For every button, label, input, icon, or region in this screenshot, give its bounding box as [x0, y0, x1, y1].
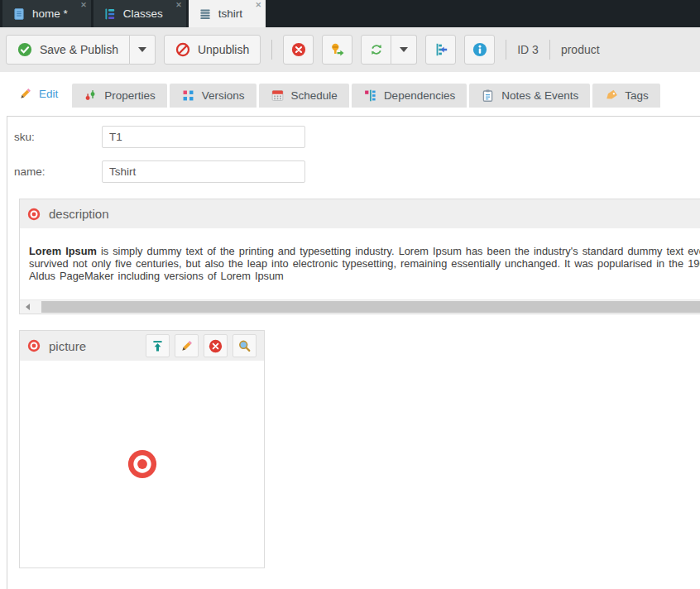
tab-versions[interactable]: Versions	[170, 84, 257, 108]
reload-options-dropdown[interactable]	[391, 35, 417, 65]
picture-toolbar	[141, 334, 257, 357]
dropdown-caret-icon	[400, 47, 408, 52]
rows-icon	[199, 7, 212, 21]
scroll-left-arrow[interactable]	[20, 300, 35, 314]
tab-notes-events[interactable]: Notes & Events	[469, 84, 590, 108]
unpublish-label: Unpublish	[198, 43, 249, 56]
window-tab-tshirt[interactable]: tshirt ✕	[189, 0, 266, 27]
target-icon	[127, 448, 158, 480]
save-publish-button[interactable]: Save & Publish	[6, 35, 130, 65]
dropdown-caret-icon	[138, 47, 146, 52]
versions-icon	[181, 89, 195, 103]
document-icon	[12, 7, 26, 21]
description-line: Lorem Ipsum is simply dummy text of the …	[29, 245, 700, 257]
tab-tags[interactable]: Tags	[592, 84, 660, 108]
upload-icon	[151, 339, 165, 353]
tab-schedule[interactable]: Schedule	[259, 84, 349, 108]
dependencies-icon	[363, 89, 377, 103]
window-tab-bar: home * ✕ Classes ✕ tshirt ✕	[0, 0, 700, 27]
picture-title: picture	[49, 339, 86, 353]
info-icon	[472, 42, 487, 57]
tag-icon	[604, 89, 618, 103]
window-tab-label: Classes	[123, 7, 163, 20]
tab-properties[interactable]: Properties	[72, 84, 167, 108]
locate-in-tree-button[interactable]	[425, 35, 456, 65]
pencil-icon	[18, 87, 32, 101]
target-icon	[27, 339, 41, 352]
description-section: description Lorem Ipsum is simply dummy …	[19, 199, 700, 314]
object-id-text: ID 3	[517, 43, 539, 56]
tab-label: Tags	[625, 89, 649, 102]
tab-label: Notes & Events	[501, 89, 578, 102]
close-icon[interactable]: ✕	[80, 1, 87, 9]
unpublish-icon	[175, 42, 190, 57]
description-title: description	[49, 207, 109, 221]
toolbar-separator	[549, 40, 550, 60]
description-text[interactable]: Lorem Ipsum is simply dummy text of the …	[20, 228, 700, 299]
properties-icon	[84, 89, 98, 103]
horizontal-scrollbar[interactable]	[20, 299, 700, 314]
tab-label: Schedule	[291, 89, 338, 102]
save-options-dropdown[interactable]	[130, 35, 156, 65]
reload-button[interactable]	[361, 35, 391, 65]
sku-input[interactable]	[102, 126, 305, 148]
description-line: Aldus PageMaker including versions of Lo…	[29, 270, 700, 282]
name-label: name:	[14, 165, 97, 178]
target-icon	[27, 208, 41, 221]
tab-dependencies[interactable]: Dependencies	[352, 84, 467, 108]
description-bold: Lorem Ipsum	[29, 245, 97, 257]
sku-label: sku:	[14, 131, 97, 143]
description-line-text: is simply dummy text of the printing and…	[97, 245, 700, 257]
name-input[interactable]	[102, 160, 305, 183]
edit-image-button[interactable]	[175, 334, 199, 357]
close-icon[interactable]: ✕	[256, 1, 262, 9]
search-icon	[237, 339, 252, 353]
schedule-icon	[271, 89, 285, 103]
window-tab-label: home *	[32, 7, 68, 20]
save-publish-label: Save & Publish	[40, 43, 118, 56]
upload-button[interactable]	[146, 334, 170, 357]
picture-header: picture	[20, 331, 264, 361]
tab-label: Edit	[39, 88, 58, 100]
check-icon	[17, 42, 32, 57]
info-button[interactable]	[464, 35, 495, 65]
save-publish-button-group: Save & Publish	[6, 35, 156, 65]
delete-icon	[209, 339, 223, 353]
tab-label: Dependencies	[384, 89, 455, 102]
scrollbar-thumb[interactable]	[41, 301, 700, 313]
locate-in-tree-icon	[434, 42, 448, 57]
left-arrow-icon	[26, 304, 30, 310]
description-line: survived not only five centuries, but al…	[29, 257, 700, 270]
tab-edit[interactable]: Edit	[7, 80, 70, 108]
delete-icon	[291, 42, 306, 57]
window-tab-home[interactable]: home * ✕	[2, 0, 91, 27]
tab-label: Properties	[104, 89, 156, 102]
reload-button-group	[361, 35, 417, 65]
unpublish-button[interactable]: Unpublish	[164, 35, 261, 65]
toolbar: Save & Publish Unpublish ID 3 product	[0, 27, 700, 72]
pencil-icon	[180, 339, 194, 353]
classes-icon	[103, 7, 117, 21]
window-tab-label: tshirt	[218, 7, 242, 20]
tab-label: Versions	[202, 89, 245, 102]
toolbar-separator	[271, 40, 272, 60]
rename-key-button[interactable]	[322, 35, 352, 65]
toolbar-separator	[506, 40, 506, 60]
edit-panel: sku: name: description Lorem Ipsum is si…	[7, 116, 700, 589]
description-header: description	[20, 199, 700, 228]
close-icon[interactable]: ✕	[175, 1, 182, 9]
picture-section: picture	[19, 330, 265, 568]
window-tab-classes[interactable]: Classes ✕	[93, 0, 186, 27]
object-subtabs: Edit Properties Versions Schedule Depend…	[0, 72, 700, 108]
key-icon	[330, 42, 345, 57]
image-drop-area[interactable]	[20, 361, 264, 567]
search-image-button[interactable]	[233, 334, 257, 357]
reload-icon	[369, 42, 384, 57]
object-type-text: product	[561, 43, 600, 56]
delete-button[interactable]	[283, 35, 314, 65]
notes-icon	[481, 89, 495, 103]
remove-image-button[interactable]	[204, 334, 228, 357]
